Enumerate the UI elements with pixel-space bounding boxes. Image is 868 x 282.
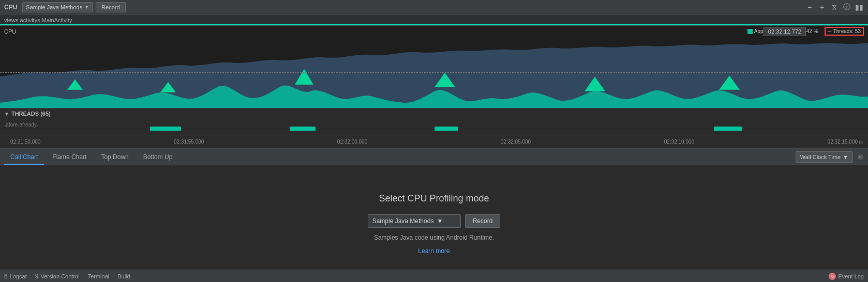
profiling-dropdown-arrow-icon: ▼	[437, 217, 443, 225]
cpu-chart-title: CPU	[4, 28, 16, 35]
threads-title: THREADS (65)	[11, 111, 51, 117]
version-control-label: Version Control	[40, 273, 79, 279]
dashed-midline	[0, 72, 868, 73]
threads-header: ▼ THREADS (65)	[0, 108, 868, 119]
profiling-mode-label: Sample Java Methods	[26, 4, 82, 10]
threads-section: ▼ THREADS (65) -afore-afready-	[0, 108, 868, 135]
pause-icon[interactable]: ▮▮	[855, 3, 864, 12]
tab-bottom-up[interactable]: Bottom Up	[137, 150, 179, 165]
filter-icon[interactable]: ⚛	[857, 153, 864, 161]
thread-bar-4	[714, 127, 742, 131]
threads-dashes-icon: ---	[828, 28, 831, 34]
threads-legend-label: Threads: 53	[833, 28, 861, 34]
wall-clock-label: Wall Clock Time	[800, 154, 841, 160]
terminal-label: Terminal	[88, 273, 110, 279]
time-label-5: 02:32:15.000	[828, 139, 858, 145]
status-logcat[interactable]: 6 Logcat	[4, 273, 27, 280]
timeline-ruler: 02:31:50.000 02:31:55.000 02:32:00.000 0…	[0, 135, 868, 149]
event-log-badge: 6	[829, 273, 836, 280]
profiling-dropdown[interactable]: Sample Java Methods ▼	[368, 214, 461, 228]
activity-label: views.activitys.MainActivity	[4, 17, 72, 23]
tab-call-chart[interactable]: Call Chart	[4, 150, 44, 165]
event-log-label: Event Log	[838, 273, 864, 279]
dropdown-arrow-icon: ▼	[84, 5, 89, 10]
learn-more-link[interactable]: Learn more	[418, 247, 450, 255]
time-label-2: 02:32:00.000	[337, 139, 367, 145]
activity-line	[0, 24, 868, 25]
profiling-panel: Select CPU Profiling mode Sample Java Me…	[0, 165, 868, 282]
cpu-chart-container: CPU App: 0 % Others: 42 % --- Threads: 5…	[0, 26, 868, 108]
cpu-chart-svg	[0, 35, 868, 108]
wall-clock-arrow-icon: ▼	[843, 154, 848, 160]
version-control-number-badge: 9	[35, 273, 39, 280]
time-label-1: 02:31:55.000	[174, 139, 204, 145]
settings-icon[interactable]: ⓘ	[842, 3, 851, 12]
logcat-number-badge: 6	[4, 273, 8, 280]
profiling-title: Select CPU Profiling mode	[379, 193, 489, 204]
wall-clock-dropdown[interactable]: Wall Clock Time ▼	[796, 151, 853, 163]
activity-bar: views.activitys.MainActivity	[0, 14, 868, 26]
status-version-control[interactable]: 9 Version Control	[35, 273, 80, 280]
profiling-dropdown-label: Sample Java Methods	[372, 217, 434, 225]
status-bar: 6 Logcat 9 Version Control Terminal Buil…	[0, 270, 868, 282]
toolbar: CPU Sample Java Methods ▼ Record − + ⧖ ⓘ…	[0, 0, 868, 14]
time-label-3: 02:32:05.000	[501, 139, 531, 145]
thread-bars	[0, 122, 868, 135]
thread-bar-1	[150, 127, 181, 131]
toolbar-icons: − + ⧖ ⓘ ▮▮	[805, 3, 864, 12]
status-terminal[interactable]: Terminal	[88, 273, 110, 279]
profiling-description: Samples Java code using Android Runtime.	[374, 234, 494, 241]
timestamp-tooltip: 02:32:12.772	[764, 27, 806, 36]
profiling-controls: Sample Java Methods ▼ Record	[368, 214, 501, 228]
cpu-chart-header: CPU App: 0 % Others: 42 % --- Threads: 5…	[0, 26, 868, 37]
thread-bar-2	[290, 127, 316, 131]
zoom-out-icon[interactable]: −	[805, 3, 814, 12]
tab-flame-chart[interactable]: Flame Chart	[46, 150, 93, 165]
ruler-handle-icon[interactable]: ⊞	[859, 139, 863, 145]
main-layout: CPU Sample Java Methods ▼ Record − + ⧖ ⓘ…	[0, 0, 868, 282]
build-label: Build	[117, 273, 130, 279]
record-button[interactable]: Record	[96, 2, 125, 12]
cpu-label: CPU	[4, 4, 17, 11]
thread-bar-3	[435, 127, 458, 131]
logcat-label: Logcat	[10, 273, 27, 279]
profiling-record-button[interactable]: Record	[465, 214, 501, 228]
ruler-line	[0, 148, 868, 148]
time-label-4: 02:32:10.000	[664, 139, 694, 145]
timestamp-value: 02:32:12.772	[768, 28, 801, 35]
tab-top-down[interactable]: Top Down	[95, 150, 134, 165]
status-build[interactable]: Build	[117, 273, 130, 279]
tab-filter-area: Wall Clock Time ▼ ⚛	[796, 151, 864, 163]
threads-toggle-icon[interactable]: ▼	[4, 111, 9, 117]
status-event-log[interactable]: 6 Event Log	[829, 273, 864, 280]
app-color-dot	[747, 29, 753, 34]
zoom-in-icon[interactable]: +	[817, 3, 827, 12]
ruler-labels: 02:31:50.000 02:31:55.000 02:32:00.000 0…	[0, 139, 868, 145]
threads-legend-box: --- Threads: 53	[825, 27, 864, 36]
profiling-mode-dropdown[interactable]: Sample Java Methods ▼	[22, 2, 93, 12]
time-label-0: 02:31:50.000	[10, 139, 40, 145]
bottom-tabs: Call Chart Flame Chart Top Down Bottom U…	[0, 149, 868, 165]
reset-icon[interactable]: ⧖	[830, 3, 839, 12]
